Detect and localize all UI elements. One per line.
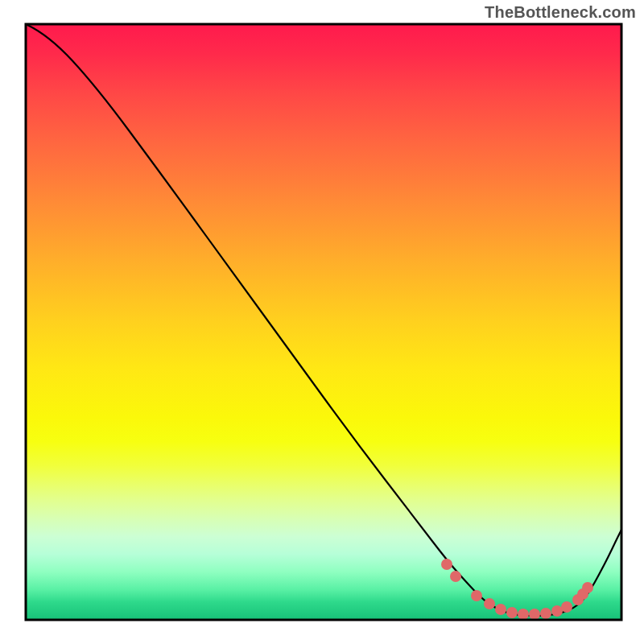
chart-svg (0, 0, 644, 644)
curve-marker (471, 590, 482, 601)
curve-marker (450, 571, 461, 582)
curve-marker (551, 605, 563, 617)
curve-marker (540, 608, 551, 619)
watermark-label: TheBottleneck.com (485, 3, 636, 22)
chart-container: TheBottleneck.com (0, 0, 644, 644)
curve-marker (495, 604, 506, 615)
curve-marker (518, 609, 529, 620)
curve-marker (484, 598, 495, 609)
curve-marker (506, 607, 518, 618)
curve-marker (561, 601, 572, 613)
curve-marker (441, 559, 452, 570)
curve-marker (582, 582, 593, 593)
curve-marker (529, 609, 540, 620)
